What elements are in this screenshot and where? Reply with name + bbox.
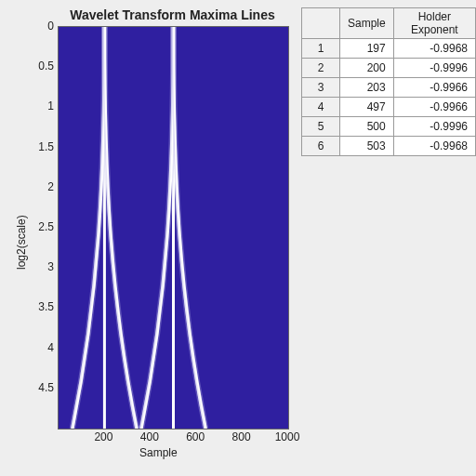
table-row: 4497-0.9966 [302,98,476,117]
cell-sample: 503 [340,137,394,156]
table-row: 1197-0.9968 [302,39,476,59]
row-index: 1 [302,39,340,59]
table-header: Holder Exponent [393,8,475,39]
y-tick: 4 [22,341,54,354]
cell-holder: -0.9996 [393,117,475,137]
cell-holder: -0.9968 [393,137,475,156]
y-tick: 0.5 [22,60,54,73]
x-tick: 400 [140,430,159,443]
row-index: 4 [302,98,340,117]
y-tick: 3 [22,260,54,273]
x-axis-label: Sample [139,446,178,459]
cell-holder: -0.9968 [393,39,475,59]
row-index: 6 [302,137,340,156]
table-corner [302,8,340,39]
row-index: 3 [302,78,340,98]
y-tick: 2 [22,180,54,193]
y-tick: 0 [22,20,54,33]
cell-holder: -0.9996 [393,59,475,78]
y-tick: 4.5 [22,381,54,394]
cell-sample: 497 [340,98,394,117]
y-tick: 1 [22,99,54,112]
row-index: 2 [302,59,340,78]
cell-holder: -0.9966 [393,98,475,117]
cell-sample: 500 [340,117,394,137]
table-row: 2200-0.9996 [302,59,476,78]
table-header: Sample [340,8,394,39]
x-tick: 200 [94,430,112,443]
x-tick: 800 [232,430,251,443]
y-tick: 3.5 [22,300,54,313]
cell-sample: 197 [340,39,394,59]
table-row: 3203-0.9966 [302,78,476,98]
y-tick: 2.5 [22,220,54,233]
x-tick: 600 [186,430,205,443]
plot-title: Wavelet Transform Maxima Lines [58,7,287,22]
cell-sample: 200 [340,59,394,78]
table-row: 5500-0.9996 [302,117,476,137]
maxima-lines-layer [59,27,288,429]
cell-holder: -0.9966 [393,78,475,98]
y-tick: 1.5 [22,140,54,153]
table-row: 6503-0.9968 [302,137,476,156]
wavelet-axes [58,26,289,430]
row-index: 5 [302,117,340,137]
x-tick: 1000 [275,430,300,443]
cell-sample: 203 [340,78,394,98]
figure-panel: Wavelet Transform Maxima Lines log2(scal… [0,0,476,476]
holder-exponent-table: SampleHolder Exponent 1197-0.99682200-0.… [301,7,476,156]
